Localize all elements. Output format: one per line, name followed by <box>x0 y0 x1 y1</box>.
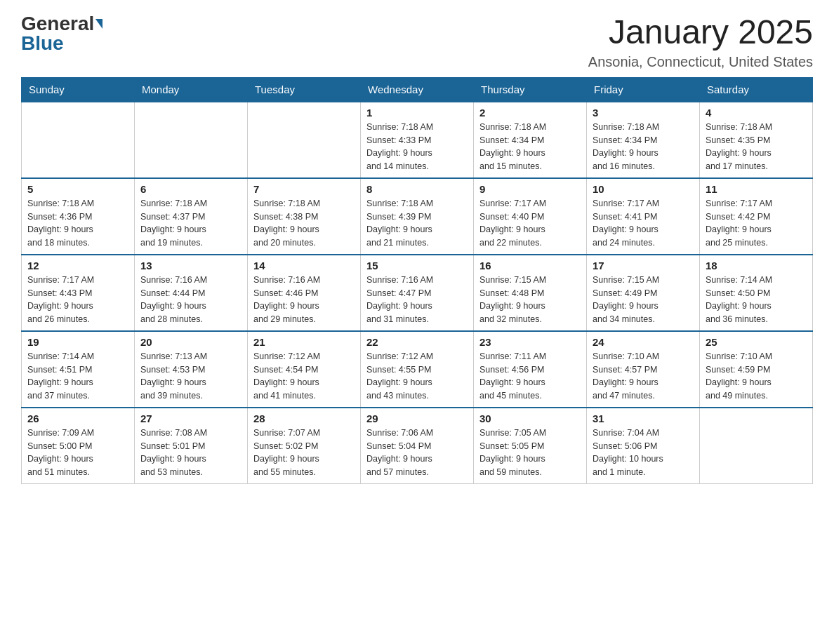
day-info: Sunrise: 7:05 AMSunset: 5:05 PMDaylight:… <box>479 427 581 479</box>
calendar-cell <box>22 102 135 178</box>
day-info: Sunrise: 7:16 AMSunset: 4:44 PMDaylight:… <box>140 274 241 326</box>
calendar-cell <box>700 408 813 484</box>
calendar-cell: 22Sunrise: 7:12 AMSunset: 4:55 PMDayligh… <box>361 331 474 408</box>
calendar-header-row: SundayMondayTuesdayWednesdayThursdayFrid… <box>22 77 813 102</box>
calendar-cell: 26Sunrise: 7:09 AMSunset: 5:00 PMDayligh… <box>22 408 135 484</box>
calendar-cell <box>135 102 248 178</box>
day-number: 16 <box>479 260 581 271</box>
calendar-cell: 19Sunrise: 7:14 AMSunset: 4:51 PMDayligh… <box>22 331 135 408</box>
day-info: Sunrise: 7:12 AMSunset: 4:55 PMDaylight:… <box>366 350 468 403</box>
day-info: Sunrise: 7:18 AMSunset: 4:37 PMDaylight:… <box>140 197 241 250</box>
day-number: 27 <box>140 412 241 424</box>
day-info: Sunrise: 7:13 AMSunset: 4:53 PMDaylight:… <box>140 350 241 403</box>
day-number: 8 <box>366 183 468 195</box>
logo: General Blue <box>21 14 102 53</box>
day-info: Sunrise: 7:17 AMSunset: 4:41 PMDaylight:… <box>593 197 694 250</box>
day-info: Sunrise: 7:12 AMSunset: 4:54 PMDaylight:… <box>253 350 355 403</box>
day-number: 9 <box>479 183 581 195</box>
day-number: 25 <box>706 336 807 348</box>
calendar-cell: 20Sunrise: 7:13 AMSunset: 4:53 PMDayligh… <box>135 331 248 408</box>
day-number: 14 <box>253 260 355 271</box>
calendar-cell: 24Sunrise: 7:10 AMSunset: 4:57 PMDayligh… <box>587 331 700 408</box>
month-title: January 2025 <box>588 14 813 51</box>
title-section: January 2025 Ansonia, Connecticut, Unite… <box>588 14 813 70</box>
day-info: Sunrise: 7:18 AMSunset: 4:33 PMDaylight:… <box>366 121 468 173</box>
calendar-cell: 23Sunrise: 7:11 AMSunset: 4:56 PMDayligh… <box>474 331 587 408</box>
day-number: 12 <box>27 260 128 271</box>
day-info: Sunrise: 7:18 AMSunset: 4:39 PMDaylight:… <box>366 197 468 250</box>
location-text: Ansonia, Connecticut, United States <box>588 54 813 70</box>
weekday-header-wednesday: Wednesday <box>361 77 474 102</box>
day-info: Sunrise: 7:18 AMSunset: 4:34 PMDaylight:… <box>479 121 581 173</box>
page-header: General Blue January 2025 Ansonia, Conne… <box>21 14 813 70</box>
calendar-cell: 21Sunrise: 7:12 AMSunset: 4:54 PMDayligh… <box>248 331 361 408</box>
calendar-cell: 3Sunrise: 7:18 AMSunset: 4:34 PMDaylight… <box>587 102 700 178</box>
day-info: Sunrise: 7:10 AMSunset: 4:59 PMDaylight:… <box>706 350 807 403</box>
calendar-cell: 6Sunrise: 7:18 AMSunset: 4:37 PMDaylight… <box>135 178 248 255</box>
day-number: 15 <box>366 260 468 271</box>
day-info: Sunrise: 7:15 AMSunset: 4:48 PMDaylight:… <box>479 274 581 326</box>
day-number: 20 <box>140 336 241 348</box>
day-info: Sunrise: 7:14 AMSunset: 4:50 PMDaylight:… <box>706 274 807 326</box>
day-info: Sunrise: 7:14 AMSunset: 4:51 PMDaylight:… <box>27 350 128 403</box>
day-number: 2 <box>479 107 581 119</box>
day-number: 22 <box>366 336 468 348</box>
day-number: 11 <box>706 183 807 195</box>
day-number: 31 <box>593 412 694 424</box>
calendar-cell: 27Sunrise: 7:08 AMSunset: 5:01 PMDayligh… <box>135 408 248 484</box>
weekday-header-monday: Monday <box>135 77 248 102</box>
day-info: Sunrise: 7:15 AMSunset: 4:49 PMDaylight:… <box>593 274 694 326</box>
day-number: 23 <box>479 336 581 348</box>
day-number: 29 <box>366 412 468 424</box>
calendar-cell: 12Sunrise: 7:17 AMSunset: 4:43 PMDayligh… <box>22 255 135 331</box>
calendar-cell: 25Sunrise: 7:10 AMSunset: 4:59 PMDayligh… <box>700 331 813 408</box>
calendar-cell: 18Sunrise: 7:14 AMSunset: 4:50 PMDayligh… <box>700 255 813 331</box>
day-number: 26 <box>27 412 128 424</box>
calendar-cell: 29Sunrise: 7:06 AMSunset: 5:04 PMDayligh… <box>361 408 474 484</box>
day-number: 6 <box>140 183 241 195</box>
day-number: 3 <box>593 107 694 119</box>
calendar-table: SundayMondayTuesdayWednesdayThursdayFrid… <box>21 77 813 484</box>
calendar-cell: 17Sunrise: 7:15 AMSunset: 4:49 PMDayligh… <box>587 255 700 331</box>
day-info: Sunrise: 7:17 AMSunset: 4:42 PMDaylight:… <box>706 197 807 250</box>
day-info: Sunrise: 7:10 AMSunset: 4:57 PMDaylight:… <box>593 350 694 403</box>
logo-general-text: General <box>21 14 94 34</box>
calendar-week-4: 19Sunrise: 7:14 AMSunset: 4:51 PMDayligh… <box>22 331 813 408</box>
weekday-header-sunday: Sunday <box>22 77 135 102</box>
weekday-header-saturday: Saturday <box>700 77 813 102</box>
day-number: 18 <box>706 260 807 271</box>
weekday-header-thursday: Thursday <box>474 77 587 102</box>
day-number: 13 <box>140 260 241 271</box>
calendar-cell: 1Sunrise: 7:18 AMSunset: 4:33 PMDaylight… <box>361 102 474 178</box>
calendar-week-5: 26Sunrise: 7:09 AMSunset: 5:00 PMDayligh… <box>22 408 813 484</box>
calendar-cell: 15Sunrise: 7:16 AMSunset: 4:47 PMDayligh… <box>361 255 474 331</box>
day-number: 19 <box>27 336 128 348</box>
day-info: Sunrise: 7:16 AMSunset: 4:46 PMDaylight:… <box>253 274 355 326</box>
day-info: Sunrise: 7:08 AMSunset: 5:01 PMDaylight:… <box>140 427 241 479</box>
calendar-cell: 2Sunrise: 7:18 AMSunset: 4:34 PMDaylight… <box>474 102 587 178</box>
day-info: Sunrise: 7:18 AMSunset: 4:38 PMDaylight:… <box>253 197 355 250</box>
calendar-cell: 30Sunrise: 7:05 AMSunset: 5:05 PMDayligh… <box>474 408 587 484</box>
calendar-cell <box>248 102 361 178</box>
day-number: 21 <box>253 336 355 348</box>
day-number: 4 <box>706 107 807 119</box>
calendar-cell: 16Sunrise: 7:15 AMSunset: 4:48 PMDayligh… <box>474 255 587 331</box>
calendar-cell: 11Sunrise: 7:17 AMSunset: 4:42 PMDayligh… <box>700 178 813 255</box>
day-number: 10 <box>593 183 694 195</box>
day-info: Sunrise: 7:17 AMSunset: 4:43 PMDaylight:… <box>27 274 128 326</box>
day-info: Sunrise: 7:18 AMSunset: 4:36 PMDaylight:… <box>27 197 128 250</box>
day-number: 30 <box>479 412 581 424</box>
day-info: Sunrise: 7:07 AMSunset: 5:02 PMDaylight:… <box>253 427 355 479</box>
day-number: 5 <box>27 183 128 195</box>
weekday-header-tuesday: Tuesday <box>248 77 361 102</box>
day-number: 28 <box>253 412 355 424</box>
day-info: Sunrise: 7:18 AMSunset: 4:34 PMDaylight:… <box>593 121 694 173</box>
day-number: 17 <box>593 260 694 271</box>
day-info: Sunrise: 7:06 AMSunset: 5:04 PMDaylight:… <box>366 427 468 479</box>
calendar-cell: 4Sunrise: 7:18 AMSunset: 4:35 PMDaylight… <box>700 102 813 178</box>
calendar-week-3: 12Sunrise: 7:17 AMSunset: 4:43 PMDayligh… <box>22 255 813 331</box>
calendar-cell: 31Sunrise: 7:04 AMSunset: 5:06 PMDayligh… <box>587 408 700 484</box>
weekday-header-friday: Friday <box>587 77 700 102</box>
calendar-cell: 14Sunrise: 7:16 AMSunset: 4:46 PMDayligh… <box>248 255 361 331</box>
calendar-cell: 10Sunrise: 7:17 AMSunset: 4:41 PMDayligh… <box>587 178 700 255</box>
